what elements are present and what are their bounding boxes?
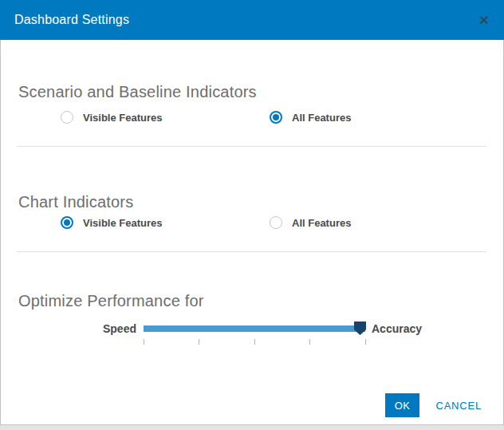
section-divider: [17, 251, 486, 252]
section-divider: [17, 146, 486, 147]
dashboard-settings-dialog: Dashboard Settings ✕ Scenario and Baseli…: [0, 0, 504, 425]
dialog-titlebar: Dashboard Settings ✕: [0, 0, 504, 40]
slider-handle[interactable]: [354, 322, 366, 335]
radio-button-selected-icon[interactable]: [270, 111, 282, 124]
slider-min-label: Speed: [18, 322, 136, 335]
dialog-title: Dashboard Settings: [0, 13, 129, 27]
ok-button[interactable]: OK: [385, 393, 420, 417]
radio-option-all-features[interactable]: All Features: [270, 111, 351, 124]
slider-tick: [309, 339, 310, 345]
close-icon[interactable]: ✕: [474, 10, 494, 30]
performance-slider-track[interactable]: [144, 325, 365, 332]
radio-label[interactable]: Visible Features: [83, 112, 162, 124]
radio-button-selected-icon[interactable]: [61, 216, 73, 229]
radio-option-visible-features[interactable]: Visible Features: [61, 111, 162, 124]
slider-tick: [199, 339, 199, 345]
dialog-footer: OK CANCEL: [385, 393, 482, 417]
cancel-button[interactable]: CANCEL: [435, 400, 482, 412]
radio-button-unselected-icon[interactable]: [270, 216, 282, 229]
radio-group-chart-indicators: Visible Features All Features: [18, 212, 485, 233]
radio-label[interactable]: All Features: [292, 217, 351, 229]
performance-slider-row: Speed Accuracy: [18, 322, 485, 335]
radio-group-scenario-baseline: Visible Features All Features: [18, 107, 485, 128]
radio-label[interactable]: Visible Features: [83, 217, 162, 229]
radio-option-all-features[interactable]: All Features: [270, 216, 351, 229]
slider-tick: [254, 339, 255, 345]
slider-tick: [365, 339, 366, 345]
slider-tick: [144, 339, 144, 345]
slider-ticks: [144, 339, 365, 345]
radio-button-unselected-icon[interactable]: [61, 111, 73, 124]
section-heading-scenario-baseline: Scenario and Baseline Indicators: [18, 81, 485, 102]
dialog-body: Scenario and Baseline Indicators Visible…: [1, 81, 503, 335]
slider-fill: [144, 325, 365, 332]
section-heading-optimize-performance: Optimize Performance for: [18, 290, 485, 312]
slider-max-label: Accuracy: [372, 322, 422, 335]
radio-label[interactable]: All Features: [292, 112, 351, 124]
radio-option-visible-features[interactable]: Visible Features: [61, 216, 162, 229]
section-heading-chart-indicators: Chart Indicators: [18, 191, 485, 212]
